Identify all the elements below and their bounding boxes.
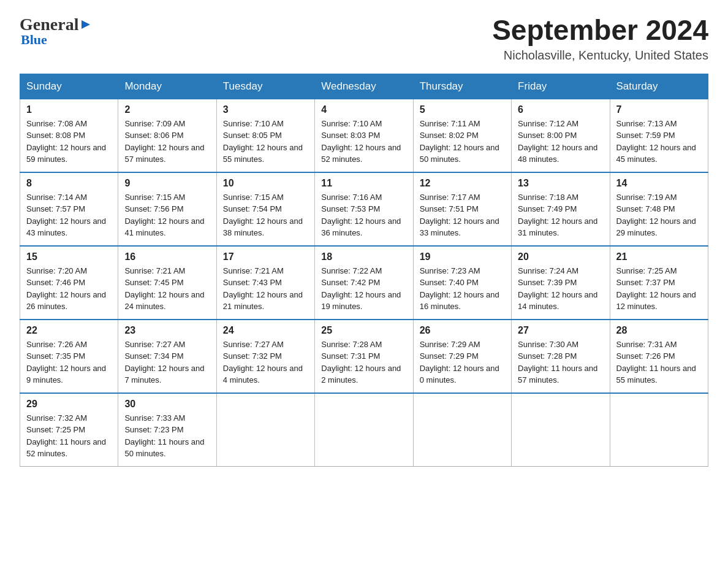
calendar-cell: 13Sunrise: 7:18 AMSunset: 7:49 PMDayligh…: [512, 172, 610, 246]
day-info: Sunrise: 7:32 AMSunset: 7:25 PMDaylight:…: [26, 412, 112, 460]
week-row-1: 1Sunrise: 7:08 AMSunset: 8:08 PMDaylight…: [20, 99, 708, 172]
week-row-4: 22Sunrise: 7:26 AMSunset: 7:35 PMDayligh…: [20, 320, 708, 393]
day-info: Sunrise: 7:25 AMSunset: 7:37 PMDaylight:…: [616, 265, 702, 313]
calendar-cell: 1Sunrise: 7:08 AMSunset: 8:08 PMDaylight…: [20, 99, 118, 172]
day-number: 24: [223, 325, 308, 336]
calendar-cell: 25Sunrise: 7:28 AMSunset: 7:31 PMDayligh…: [315, 320, 413, 393]
day-number: 23: [124, 325, 210, 336]
day-info: Sunrise: 7:24 AMSunset: 7:39 PMDaylight:…: [518, 265, 603, 313]
day-info: Sunrise: 7:21 AMSunset: 7:43 PMDaylight:…: [223, 265, 308, 313]
calendar-cell: 5Sunrise: 7:11 AMSunset: 8:02 PMDaylight…: [413, 99, 511, 172]
calendar-cell: 4Sunrise: 7:10 AMSunset: 8:03 PMDaylight…: [315, 99, 413, 172]
day-info: Sunrise: 7:21 AMSunset: 7:45 PMDaylight:…: [124, 265, 210, 313]
calendar-cell: 6Sunrise: 7:12 AMSunset: 8:00 PMDaylight…: [512, 99, 610, 172]
calendar-cell: 24Sunrise: 7:27 AMSunset: 7:32 PMDayligh…: [216, 320, 314, 393]
day-info: Sunrise: 7:30 AMSunset: 7:28 PMDaylight:…: [518, 339, 603, 386]
day-info: Sunrise: 7:28 AMSunset: 7:31 PMDaylight:…: [321, 339, 406, 386]
day-info: Sunrise: 7:09 AMSunset: 8:06 PMDaylight:…: [124, 118, 210, 166]
calendar-cell: 16Sunrise: 7:21 AMSunset: 7:45 PMDayligh…: [118, 246, 216, 320]
day-info: Sunrise: 7:10 AMSunset: 8:05 PMDaylight:…: [223, 118, 308, 166]
calendar-cell: 18Sunrise: 7:22 AMSunset: 7:42 PMDayligh…: [315, 246, 413, 320]
day-info: Sunrise: 7:27 AMSunset: 7:32 PMDaylight:…: [223, 339, 308, 386]
day-info: Sunrise: 7:22 AMSunset: 7:42 PMDaylight:…: [321, 265, 406, 313]
day-number: 11: [321, 178, 406, 189]
logo-blue-text: Blue: [21, 32, 47, 48]
day-number: 13: [518, 178, 603, 189]
day-number: 15: [26, 251, 112, 262]
calendar-cell: 27Sunrise: 7:30 AMSunset: 7:28 PMDayligh…: [512, 320, 610, 393]
day-info: Sunrise: 7:19 AMSunset: 7:48 PMDaylight:…: [616, 191, 702, 239]
calendar-cell: 19Sunrise: 7:23 AMSunset: 7:40 PMDayligh…: [413, 246, 511, 320]
calendar-cell: [512, 393, 610, 467]
day-info: Sunrise: 7:13 AMSunset: 7:59 PMDaylight:…: [616, 118, 702, 166]
day-number: 14: [616, 178, 702, 189]
day-info: Sunrise: 7:08 AMSunset: 8:08 PMDaylight:…: [26, 118, 112, 166]
day-info: Sunrise: 7:14 AMSunset: 7:57 PMDaylight:…: [26, 191, 112, 239]
svg-marker-0: [82, 20, 90, 29]
day-number: 9: [124, 178, 210, 189]
day-header-row: Sunday Monday Tuesday Wednesday Thursday…: [20, 74, 708, 99]
calendar-cell: [610, 393, 708, 467]
day-info: Sunrise: 7:31 AMSunset: 7:26 PMDaylight:…: [616, 339, 702, 386]
week-row-3: 15Sunrise: 7:20 AMSunset: 7:46 PMDayligh…: [20, 246, 708, 320]
day-number: 16: [124, 251, 210, 262]
day-number: 30: [124, 399, 210, 410]
calendar-cell: 29Sunrise: 7:32 AMSunset: 7:25 PMDayligh…: [20, 393, 118, 467]
day-info: Sunrise: 7:29 AMSunset: 7:29 PMDaylight:…: [420, 339, 505, 386]
day-number: 10: [223, 178, 308, 189]
calendar-cell: 3Sunrise: 7:10 AMSunset: 8:05 PMDaylight…: [216, 99, 314, 172]
calendar-cell: 21Sunrise: 7:25 AMSunset: 7:37 PMDayligh…: [610, 246, 708, 320]
day-number: 17: [223, 251, 308, 262]
calendar-cell: 17Sunrise: 7:21 AMSunset: 7:43 PMDayligh…: [216, 246, 314, 320]
day-info: Sunrise: 7:33 AMSunset: 7:23 PMDaylight:…: [124, 412, 210, 460]
calendar-cell: [315, 393, 413, 467]
calendar-cell: 14Sunrise: 7:19 AMSunset: 7:48 PMDayligh…: [610, 172, 708, 246]
calendar-table: Sunday Monday Tuesday Wednesday Thursday…: [20, 74, 708, 467]
page-header: General Blue September 2024 Nicholasvill…: [20, 15, 708, 63]
day-number: 22: [26, 325, 112, 336]
day-number: 1: [26, 104, 112, 115]
calendar-cell: 10Sunrise: 7:15 AMSunset: 7:54 PMDayligh…: [216, 172, 314, 246]
day-info: Sunrise: 7:18 AMSunset: 7:49 PMDaylight:…: [518, 191, 603, 239]
calendar-cell: 9Sunrise: 7:15 AMSunset: 7:56 PMDaylight…: [118, 172, 216, 246]
header-saturday: Saturday: [610, 74, 708, 99]
calendar-cell: [413, 393, 511, 467]
calendar-cell: 28Sunrise: 7:31 AMSunset: 7:26 PMDayligh…: [610, 320, 708, 393]
calendar-cell: 22Sunrise: 7:26 AMSunset: 7:35 PMDayligh…: [20, 320, 118, 393]
day-number: 29: [26, 399, 112, 410]
day-info: Sunrise: 7:11 AMSunset: 8:02 PMDaylight:…: [420, 118, 505, 166]
day-number: 5: [420, 104, 505, 115]
day-number: 3: [223, 104, 308, 115]
calendar-cell: 23Sunrise: 7:27 AMSunset: 7:34 PMDayligh…: [118, 320, 216, 393]
day-number: 4: [321, 104, 406, 115]
logo-area: General Blue: [20, 15, 93, 48]
calendar-cell: 12Sunrise: 7:17 AMSunset: 7:51 PMDayligh…: [413, 172, 511, 246]
location-subtitle: Nicholasville, Kentucky, United States: [492, 48, 708, 63]
day-number: 26: [420, 325, 505, 336]
day-info: Sunrise: 7:10 AMSunset: 8:03 PMDaylight:…: [321, 118, 406, 166]
day-info: Sunrise: 7:27 AMSunset: 7:34 PMDaylight:…: [124, 339, 210, 386]
day-info: Sunrise: 7:15 AMSunset: 7:56 PMDaylight:…: [124, 191, 210, 239]
day-number: 25: [321, 325, 406, 336]
day-number: 27: [518, 325, 603, 336]
day-number: 2: [124, 104, 210, 115]
header-monday: Monday: [118, 74, 216, 99]
day-info: Sunrise: 7:16 AMSunset: 7:53 PMDaylight:…: [321, 191, 406, 239]
day-info: Sunrise: 7:17 AMSunset: 7:51 PMDaylight:…: [420, 191, 505, 239]
header-thursday: Thursday: [413, 74, 511, 99]
calendar-cell: 15Sunrise: 7:20 AMSunset: 7:46 PMDayligh…: [20, 246, 118, 320]
day-info: Sunrise: 7:15 AMSunset: 7:54 PMDaylight:…: [223, 191, 308, 239]
day-number: 20: [518, 251, 603, 262]
header-tuesday: Tuesday: [216, 74, 314, 99]
day-number: 6: [518, 104, 603, 115]
header-friday: Friday: [512, 74, 610, 99]
day-number: 19: [420, 251, 505, 262]
logo-flag-icon: [79, 18, 93, 31]
calendar-cell: [216, 393, 314, 467]
calendar-cell: 30Sunrise: 7:33 AMSunset: 7:23 PMDayligh…: [118, 393, 216, 467]
calendar-cell: 11Sunrise: 7:16 AMSunset: 7:53 PMDayligh…: [315, 172, 413, 246]
day-number: 21: [616, 251, 702, 262]
calendar-cell: 26Sunrise: 7:29 AMSunset: 7:29 PMDayligh…: [413, 320, 511, 393]
title-area: September 2024 Nicholasville, Kentucky, …: [492, 15, 708, 63]
header-sunday: Sunday: [20, 74, 118, 99]
